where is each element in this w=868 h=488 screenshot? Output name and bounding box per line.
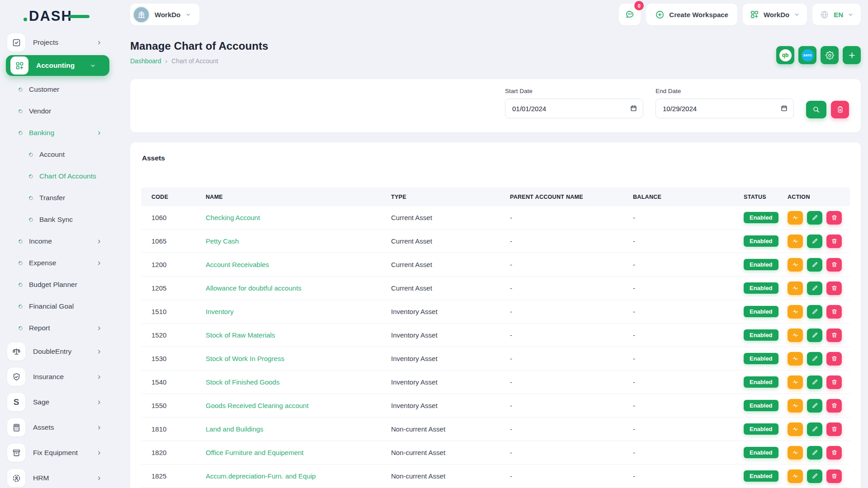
account-name-link[interactable]: Account Receivables — [206, 261, 391, 268]
account-name-link[interactable]: Land and Buildings — [206, 425, 391, 433]
delete-button[interactable] — [826, 282, 842, 295]
delete-button[interactable] — [826, 446, 842, 460]
pencil-icon — [811, 332, 818, 338]
table-body: 1060Checking AccountCurrent Asset--Enabl… — [141, 206, 850, 488]
sidebar-item-insurance[interactable]: Insurance — [0, 364, 116, 389]
transactions-button[interactable] — [788, 328, 803, 342]
cell-parent-account: - — [510, 449, 633, 456]
bullet-ring-icon — [18, 325, 24, 331]
sidebar-item-doubleentry[interactable]: DoubleEntry — [0, 339, 116, 364]
delete-button[interactable] — [826, 235, 842, 248]
cell-parent-account: - — [510, 378, 633, 386]
breadcrumb-dashboard-link[interactable]: Dashboard — [130, 57, 161, 65]
sidebar-item-vendor[interactable]: Vendor — [0, 100, 116, 122]
transactions-button[interactable] — [788, 375, 803, 389]
account-name-link[interactable]: Inventory — [206, 308, 391, 315]
sidebar-item-chart-of-accounts[interactable]: Chart Of Accounts — [0, 165, 116, 187]
edit-button[interactable] — [807, 211, 822, 225]
transactions-button[interactable] — [788, 211, 803, 225]
sidebar-item-budget-planner[interactable]: Budget Planner — [0, 274, 116, 296]
transactions-button[interactable] — [788, 446, 803, 460]
delete-button[interactable] — [826, 328, 842, 342]
delete-button[interactable] — [826, 211, 842, 225]
end-date-input[interactable] — [656, 99, 794, 118]
account-name-link[interactable]: Office Furniture and Equipement — [206, 449, 391, 456]
xero-button[interactable]: xero — [798, 46, 816, 64]
cell-type: Current Asset — [391, 284, 510, 292]
sidebar-item-bank-sync[interactable]: Bank Sync — [0, 209, 116, 230]
account-name-link[interactable]: Stock of Work In Progress — [206, 355, 391, 362]
create-workspace-button[interactable]: Create Workspace — [646, 4, 737, 25]
cell-code: 1820 — [151, 449, 206, 456]
chevron-right-icon — [96, 130, 102, 136]
delete-button[interactable] — [826, 375, 842, 389]
sidebar-item-sage[interactable]: SSage — [0, 389, 116, 415]
sidebar-item-report[interactable]: Report — [0, 317, 116, 339]
sidebar-item-financial-goal[interactable]: Financial Goal — [0, 296, 116, 317]
cell-parent-account: - — [510, 261, 633, 268]
sidebar-item-expense[interactable]: Expense — [0, 252, 116, 274]
transactions-button[interactable] — [788, 282, 803, 295]
messages-button[interactable]: 0 — [619, 4, 641, 25]
sidebar-item-income[interactable]: Income — [0, 230, 116, 252]
clear-filter-button[interactable] — [831, 101, 849, 118]
account-name-link[interactable]: Petty Cash — [206, 237, 391, 245]
quickbooks-button[interactable]: qb — [776, 46, 794, 64]
delete-button[interactable] — [826, 352, 842, 366]
transactions-button[interactable] — [788, 305, 803, 319]
edit-button[interactable] — [807, 399, 822, 413]
edit-button[interactable] — [807, 328, 822, 342]
messages-badge: 0 — [634, 1, 644, 10]
delete-button[interactable] — [826, 305, 842, 319]
edit-button[interactable] — [807, 469, 822, 483]
edit-button[interactable] — [807, 352, 822, 366]
edit-button[interactable] — [807, 446, 822, 460]
settings-button[interactable] — [821, 46, 839, 64]
chevron-right-icon — [96, 239, 102, 244]
add-account-button[interactable] — [843, 46, 861, 64]
cell-balance: - — [633, 331, 744, 339]
account-name-link[interactable]: Goods Received Clearing account — [206, 402, 391, 409]
delete-button[interactable] — [826, 399, 842, 413]
chevron-right-icon — [96, 374, 102, 380]
account-name-link[interactable]: Stock of Raw Materials — [206, 331, 391, 339]
edit-button[interactable] — [807, 282, 822, 295]
sidebar-item-projects[interactable]: Projects — [0, 33, 116, 52]
trash-icon — [831, 402, 838, 409]
edit-button[interactable] — [807, 422, 822, 436]
edit-button[interactable] — [807, 375, 822, 389]
account-name-link[interactable]: Stock of Finished Goods — [206, 378, 391, 386]
edit-button[interactable] — [807, 305, 822, 319]
sidebar-item-hrm[interactable]: HRM — [0, 465, 116, 488]
sidebar-item-assets[interactable]: Assets — [0, 415, 116, 440]
delete-button[interactable] — [826, 258, 842, 272]
account-name-link[interactable]: Accum.depreciation-Furn. and Equip — [206, 472, 391, 480]
delete-button[interactable] — [826, 422, 842, 436]
transactions-button[interactable] — [788, 258, 803, 272]
language-selector[interactable]: EN — [812, 4, 861, 25]
sidebar-item-fix-equipment[interactable]: Fix Equipment — [0, 440, 116, 465]
transactions-button[interactable] — [788, 469, 803, 483]
transactions-button[interactable] — [788, 352, 803, 366]
transactions-button[interactable] — [788, 422, 803, 436]
start-date-input[interactable] — [505, 99, 643, 118]
sidebar-item-transfer[interactable]: Transfer — [0, 187, 116, 209]
cell-status: Enabled — [744, 470, 788, 482]
edit-button[interactable] — [807, 258, 822, 272]
sidebar-item-accounting[interactable]: Accounting — [6, 55, 109, 76]
account-name-link[interactable]: Allowance for doubtful accounts — [206, 284, 391, 292]
transactions-button[interactable] — [788, 235, 803, 248]
workspace-pill[interactable]: WorkDo — [130, 4, 199, 25]
delete-button[interactable] — [826, 469, 842, 483]
search-button[interactable] — [806, 101, 826, 118]
sidebar-item-account[interactable]: Account — [0, 144, 116, 165]
account-name-link[interactable]: Checking Account — [206, 214, 391, 221]
sidebar-item-banking[interactable]: Banking — [0, 122, 116, 144]
workspace-switcher[interactable]: WorkDo — [743, 4, 807, 25]
shield-check-icon — [7, 368, 25, 386]
sidebar-item-customer[interactable]: Customer — [0, 79, 116, 100]
transactions-button[interactable] — [788, 399, 803, 413]
brand-logo[interactable]: DASH — [29, 6, 88, 26]
cell-status: Enabled — [744, 259, 788, 270]
edit-button[interactable] — [807, 235, 822, 248]
